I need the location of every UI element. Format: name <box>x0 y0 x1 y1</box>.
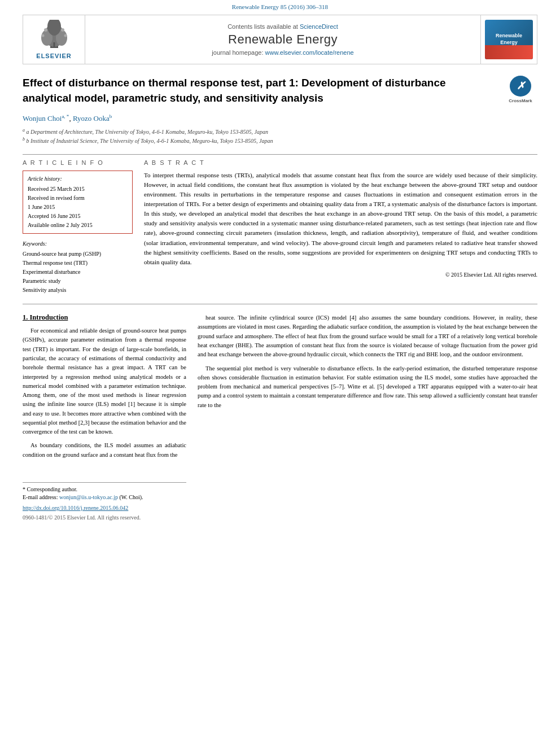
doi-area: http://dx.doi.org/10.1016/j.renene.2015.… <box>23 504 186 512</box>
accepted-date: Accepted 16 June 2015 <box>28 212 128 221</box>
authors-line: Wonjun Choia, *, Ryozo Ookab <box>23 113 537 123</box>
intro-para1: For economical and reliable design of gr… <box>23 326 186 436</box>
contents-text: Contents lists available at <box>228 23 298 30</box>
keyword-4: Parametric study <box>23 277 133 286</box>
abstract-copyright: © 2015 Elsevier Ltd. All rights reserved… <box>144 272 537 278</box>
re-logo-text: RenewableEnergy <box>496 33 522 46</box>
journal-homepage-line: journal homepage: www.elsevier.com/locat… <box>212 49 353 56</box>
crossmark-icon: ✗ <box>510 76 531 97</box>
abstract-text: To interpret thermal response tests (TRT… <box>144 171 537 267</box>
journal-reference-bar: Renewable Energy 85 (2016) 306–318 <box>0 0 560 12</box>
right-para1: heat source. The infinite cylindrical so… <box>198 313 537 359</box>
body-right-column: heat source. The infinite cylindrical so… <box>198 313 537 522</box>
affiliations: a a Department of Architecture, The Univ… <box>23 127 537 146</box>
author1-sup: a, * <box>62 113 69 119</box>
article-history-box: Article history: Received 25 March 2015 … <box>23 171 133 234</box>
intro-para1-text: For economical and reliable design of gr… <box>23 327 186 435</box>
article-info-abstract-section: A R T I C L E I N F O Article history: R… <box>23 159 537 295</box>
journal-title-main: Renewable Energy <box>228 32 338 47</box>
sciencedirect-link[interactable]: ScienceDirect <box>300 23 338 30</box>
doi-link[interactable]: http://dx.doi.org/10.1016/j.renene.2015.… <box>23 505 128 511</box>
issn-area: 0960-1481/© 2015 Elsevier Ltd. All right… <box>23 513 186 522</box>
right-para2: The sequential plot method is very vulne… <box>198 364 537 410</box>
available-date: Available online 2 July 2015 <box>28 221 128 230</box>
journal-homepage-link[interactable]: www.elsevier.com/locate/renene <box>265 49 354 56</box>
affiliation-1: a a Department of Architecture, The Univ… <box>23 127 537 136</box>
abstract-column: A B S T R A C T To interpret thermal res… <box>144 159 537 295</box>
body-left-column: 1. Introduction For economical and relia… <box>23 313 186 522</box>
corresponding-author-label: * Corresponding author. <box>23 486 77 492</box>
received-date: Received 25 March 2015 <box>28 185 128 194</box>
email-label: E-mail address: <box>23 494 58 500</box>
sciencedirect-line: Contents lists available at ScienceDirec… <box>228 23 338 30</box>
svg-point-9 <box>64 34 67 37</box>
right-para2-text: The sequential plot method is very vulne… <box>198 365 537 408</box>
email-link[interactable]: wonjun@iis.u-tokyo.ac.jp <box>59 494 118 500</box>
journal-reference-text: Renewable Energy 85 (2016) 306–318 <box>232 3 328 10</box>
corresponding-author-note: * Corresponding author. <box>23 486 186 492</box>
body-content: 1. Introduction For economical and relia… <box>23 304 537 522</box>
svg-point-6 <box>44 28 47 32</box>
elsevier-logo: ELSEVIER <box>34 20 74 59</box>
footnotes-area: * Corresponding author. E-mail address: … <box>23 482 186 500</box>
revised-label: Received in revised form <box>28 194 128 203</box>
email-person: (W. Choi). <box>119 494 143 500</box>
journal-header: ELSEVIER Contents lists available at Sci… <box>23 15 537 64</box>
revised-date: 1 June 2015 <box>28 203 128 212</box>
intro-para2: As boundary conditions, the ILS model as… <box>23 441 186 460</box>
article-history-title: Article history: <box>28 174 128 184</box>
renewable-energy-journal-logo: RenewableEnergy <box>485 20 533 59</box>
email-note: E-mail address: wonjun@iis.u-tokyo.ac.jp… <box>23 494 186 500</box>
keyword-5: Sensitivity analysis <box>23 286 133 295</box>
introduction-title: 1. Introduction <box>23 313 186 322</box>
svg-point-7 <box>61 28 64 32</box>
keyword-1: Ground-source heat pump (GSHP) <box>23 250 133 259</box>
keywords-title: Keywords: <box>23 239 133 248</box>
author1-link[interactable]: Wonjun Choi <box>23 115 62 123</box>
affiliation-2: b b Institute of Industrial Science, The… <box>23 136 537 145</box>
elsevier-tree-svg <box>34 20 74 51</box>
aff1-marker: a <box>23 128 25 133</box>
issn-text: 0960-1481/© 2015 Elsevier Ltd. All right… <box>23 514 141 521</box>
keyword-2: Thermal response test (TRT) <box>23 259 133 268</box>
header-divider <box>23 154 537 155</box>
svg-point-8 <box>41 34 44 37</box>
crossmark-badge: ✗ CrossMark <box>504 76 537 104</box>
main-content: Effect of disturbance on thermal respons… <box>0 64 560 533</box>
section-title-text: Introduction <box>30 313 68 321</box>
article-info-header: A R T I C L E I N F O <box>23 159 133 166</box>
right-para1-text: heat source. The infinite cylindrical so… <box>198 314 537 357</box>
elsevier-brand-text: ELSEVIER <box>36 53 71 59</box>
abstract-header: A B S T R A C T <box>144 159 537 166</box>
aff2-marker: b <box>23 137 25 142</box>
keywords-section: Keywords: Ground-source heat pump (GSHP)… <box>23 239 133 295</box>
elsevier-logo-container: ELSEVIER <box>23 15 85 64</box>
crossmark-label: CrossMark <box>509 98 532 104</box>
keyword-3: Experimental disturbance <box>23 268 133 277</box>
article-title: Effect of disturbance on thermal respons… <box>23 76 537 106</box>
article-info-column: A R T I C L E I N F O Article history: R… <box>23 159 133 295</box>
journal-logo-right: RenewableEnergy <box>480 15 537 64</box>
article-title-text: Effect of disturbance on thermal respons… <box>23 77 446 104</box>
author2-link[interactable]: Ryozo Ooka <box>73 115 110 123</box>
journal-title-area: Contents lists available at ScienceDirec… <box>85 15 480 64</box>
homepage-label: journal homepage: <box>212 49 263 56</box>
author2-sup: b <box>110 113 112 119</box>
intro-para2-text: As boundary conditions, the ILS model as… <box>23 442 186 457</box>
section-number: 1. <box>23 313 28 321</box>
